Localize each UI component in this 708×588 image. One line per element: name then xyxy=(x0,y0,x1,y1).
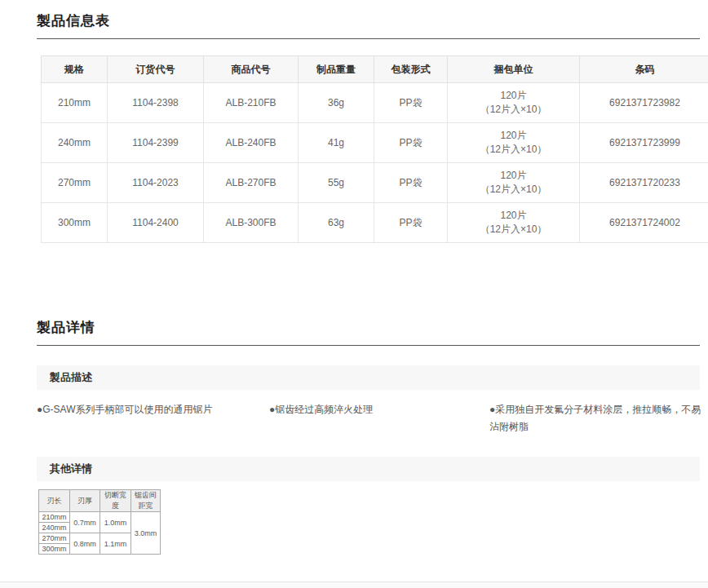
description-bar-title: 製品描述 xyxy=(37,365,700,390)
spec-header-tooth-pitch: 锯齿间距宽 xyxy=(131,490,161,512)
cell-bundle-unit: 120片 （12片入×10） xyxy=(448,163,580,203)
header-spec: 规格 xyxy=(42,56,108,83)
cell-barcode: 6921371724002 xyxy=(580,203,708,243)
spec-cell-thickness: 0.7mm xyxy=(70,512,100,533)
cell-spec: 210mm xyxy=(42,83,108,123)
cell-product-code: ALB-210FB xyxy=(204,83,299,123)
spec-header-kerf-width: 切断宽度 xyxy=(100,490,131,512)
cell-product-code: ALB-240FB xyxy=(204,123,299,163)
header-barcode: 条码 xyxy=(580,56,708,83)
description-bullets: ●G-SAW系列手柄部可以使用的通用锯片 ●锯齿经过高频淬火处理 ●采用独自开发… xyxy=(37,401,708,435)
info-section-title: 製品信息表 xyxy=(37,0,700,39)
cell-weight: 36g xyxy=(299,83,374,123)
spec-cell-kerf: 1.1mm xyxy=(100,533,131,555)
table-header-row: 规格 订货代号 商品代号 制品重量 包装形式 捆包单位 条码 xyxy=(42,56,708,83)
cell-order-code: 1104-2023 xyxy=(108,163,204,203)
table-row: 270mm 1104-2023 ALB-270FB 55g PP袋 120片 （… xyxy=(42,163,708,203)
spec-table-header-row: 刃长 刃厚 切断宽度 锯齿间距宽 xyxy=(39,490,161,512)
spec-cell-thickness: 0.8mm xyxy=(70,533,100,555)
cell-bundle-unit: 120片 （12片入×10） xyxy=(448,123,580,163)
other-details-bar-title: 其他详情 xyxy=(37,457,700,481)
cell-product-code: ALB-270FB xyxy=(204,163,299,203)
spec-header-blade-length: 刃长 xyxy=(39,490,70,512)
bullet-item: ●采用独自开发氟分子材料涂层，推拉顺畅，不易沾附树脂 xyxy=(489,401,703,435)
header-product-code: 商品代号 xyxy=(204,56,299,83)
cell-barcode: 6921371720233 xyxy=(580,163,708,203)
cell-weight: 63g xyxy=(299,203,374,243)
header-order-code: 订货代号 xyxy=(108,56,204,83)
cell-order-code: 1104-2399 xyxy=(108,123,204,163)
cell-barcode: 6921371723982 xyxy=(580,83,708,123)
spec-cell-length: 270mm xyxy=(39,533,70,544)
cell-bundle-unit: 120片 （12片入×10） xyxy=(448,83,580,123)
cell-barcode: 6921371723999 xyxy=(580,123,708,163)
bullet-item: ●G-SAW系列手柄部可以使用的通用锯片 xyxy=(37,401,269,435)
table-row: 240mm 1104-2399 ALB-240FB 41g PP袋 120片 （… xyxy=(42,123,708,163)
details-section-title: 製品详情 xyxy=(37,307,700,346)
cell-product-code: ALB-300FB xyxy=(204,203,299,243)
spec-cell-pitch: 3.0mm xyxy=(131,512,161,555)
cell-packaging: PP袋 xyxy=(374,123,448,163)
spec-cell-length: 300mm xyxy=(39,544,70,555)
blade-spec-table: 刃长 刃厚 切断宽度 锯齿间距宽 210mm 0.7mm 1.0mm 3.0mm… xyxy=(38,489,161,555)
cell-weight: 41g xyxy=(299,123,374,163)
header-weight: 制品重量 xyxy=(299,56,374,83)
cell-weight: 55g xyxy=(299,163,374,203)
cell-order-code: 1104-2400 xyxy=(108,203,204,243)
spec-cell-length: 210mm xyxy=(39,512,70,523)
footer-divider xyxy=(0,581,708,588)
cell-spec: 270mm xyxy=(42,163,108,203)
cell-order-code: 1104-2398 xyxy=(108,83,204,123)
cell-packaging: PP袋 xyxy=(374,83,448,123)
cell-spec: 240mm xyxy=(42,123,108,163)
header-packaging: 包装形式 xyxy=(374,56,448,83)
cell-packaging: PP袋 xyxy=(374,203,448,243)
spec-table-row: 210mm 0.7mm 1.0mm 3.0mm xyxy=(39,512,161,523)
header-bundle-unit: 捆包单位 xyxy=(448,56,580,83)
table-row: 300mm 1104-2400 ALB-300FB 63g PP袋 120片 （… xyxy=(42,203,708,243)
spec-header-blade-thickness: 刃厚 xyxy=(70,490,100,512)
cell-spec: 300mm xyxy=(42,203,108,243)
product-page: 製品信息表 规格 订货代号 商品代号 制品重量 包装形式 捆包单位 条码 210… xyxy=(0,0,708,588)
table-row: 210mm 1104-2398 ALB-210FB 36g PP袋 120片 （… xyxy=(42,83,708,123)
bullet-item: ●锯齿经过高频淬火处理 xyxy=(269,401,489,435)
cell-packaging: PP袋 xyxy=(374,163,448,203)
spec-cell-kerf: 1.0mm xyxy=(100,512,131,533)
product-info-table: 规格 订货代号 商品代号 制品重量 包装形式 捆包单位 条码 210mm 110… xyxy=(41,55,708,243)
cell-bundle-unit: 120片 （12片入×10） xyxy=(448,203,580,243)
spec-cell-length: 240mm xyxy=(39,523,70,533)
